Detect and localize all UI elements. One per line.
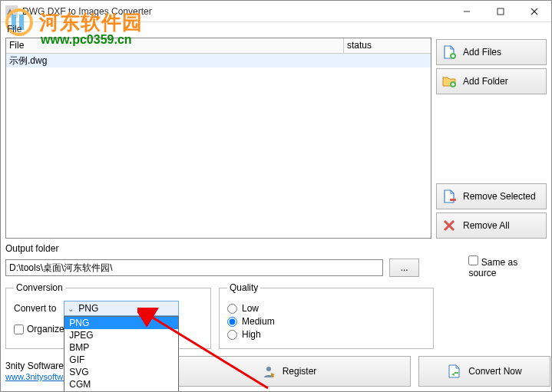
conversion-legend: Conversion bbox=[14, 282, 65, 293]
quality-low-option[interactable]: Low bbox=[227, 303, 425, 314]
sidebar: Add Files Add Folder Remove Selected Rem… bbox=[436, 38, 551, 239]
output-folder-input[interactable] bbox=[5, 259, 383, 276]
titlebar: DWG DXF to Images Converter bbox=[1, 1, 551, 22]
maximize-button[interactable] bbox=[484, 1, 517, 22]
remove-selected-label: Remove Selected bbox=[463, 191, 536, 202]
quality-low-radio[interactable] bbox=[227, 304, 237, 314]
column-status[interactable]: status bbox=[344, 38, 431, 53]
browse-button[interactable]: ... bbox=[389, 259, 419, 277]
combo-option[interactable]: GIF bbox=[64, 354, 178, 366]
table-row[interactable]: 示例.dwg bbox=[6, 54, 431, 68]
combo-dropdown[interactable]: PNG JPEG BMP GIF SVG CGM WMF EMF TIFF bbox=[64, 316, 179, 392]
convert-to-label: Convert to bbox=[14, 303, 56, 314]
column-file[interactable]: File bbox=[6, 38, 344, 53]
minimize-button[interactable] bbox=[450, 1, 484, 22]
same-as-source-option[interactable]: Same as source bbox=[468, 255, 547, 278]
combo-selected: PNG bbox=[78, 303, 98, 314]
menubar: File bbox=[1, 22, 551, 38]
quality-medium-radio[interactable] bbox=[227, 317, 237, 327]
remove-all-button[interactable]: Remove All bbox=[436, 212, 547, 239]
remove-file-icon bbox=[441, 189, 457, 204]
svg-point-13 bbox=[266, 367, 271, 371]
combo-option[interactable]: JPEG bbox=[64, 329, 178, 341]
convert-icon bbox=[447, 364, 462, 379]
convert-now-button[interactable]: Convert Now bbox=[418, 356, 550, 387]
quality-legend: Quality bbox=[227, 282, 260, 293]
register-icon bbox=[261, 364, 276, 379]
conversion-group: Conversion Convert to ⌄ PNG PNG JPEG BMP… bbox=[5, 288, 211, 349]
quality-group: Quality Low Medium High bbox=[219, 288, 434, 349]
output-folder-row: Output folder ... Same as source bbox=[5, 243, 547, 280]
quality-high-option[interactable]: High bbox=[227, 329, 425, 340]
add-files-button[interactable]: Add Files bbox=[436, 39, 547, 65]
add-folder-icon bbox=[441, 74, 457, 89]
quality-medium-option[interactable]: Medium bbox=[227, 316, 425, 327]
add-folder-button[interactable]: Add Folder bbox=[436, 68, 547, 94]
window-title: DWG DXF to Images Converter bbox=[22, 6, 450, 17]
cell-status bbox=[344, 54, 431, 68]
remove-all-label: Remove All bbox=[463, 220, 510, 231]
combo-option[interactable]: PNG bbox=[64, 317, 178, 329]
organize-checkbox[interactable] bbox=[14, 324, 24, 334]
quality-high-radio[interactable] bbox=[227, 330, 237, 340]
convert-now-label: Convert Now bbox=[468, 366, 521, 377]
remove-selected-button[interactable]: Remove Selected bbox=[436, 183, 547, 209]
cell-file: 示例.dwg bbox=[6, 54, 344, 68]
file-list-header: File status bbox=[6, 38, 431, 54]
close-button[interactable] bbox=[517, 1, 551, 22]
chevron-down-icon: ⌄ bbox=[68, 305, 74, 313]
file-list[interactable]: File status 示例.dwg bbox=[5, 38, 431, 239]
combo-header[interactable]: ⌄ PNG bbox=[64, 301, 179, 316]
combo-option[interactable]: SVG bbox=[64, 366, 178, 378]
register-label: Register bbox=[283, 366, 317, 377]
add-file-icon bbox=[441, 44, 457, 60]
svg-rect-10 bbox=[450, 199, 456, 201]
combo-option[interactable]: CGM bbox=[64, 378, 178, 390]
app-icon bbox=[5, 5, 18, 18]
menu-file[interactable]: File bbox=[7, 24, 21, 35]
remove-all-icon bbox=[441, 218, 457, 233]
same-as-source-checkbox[interactable] bbox=[468, 255, 478, 265]
add-folder-label: Add Folder bbox=[463, 76, 508, 87]
register-button[interactable]: Register bbox=[167, 356, 411, 387]
svg-rect-2 bbox=[497, 8, 504, 15]
add-files-label: Add Files bbox=[463, 47, 501, 58]
output-folder-label: Output folder bbox=[5, 243, 547, 254]
convert-to-combo[interactable]: ⌄ PNG PNG JPEG BMP GIF SVG CGM WMF EMF T… bbox=[64, 301, 179, 316]
combo-option[interactable]: BMP bbox=[64, 341, 178, 354]
